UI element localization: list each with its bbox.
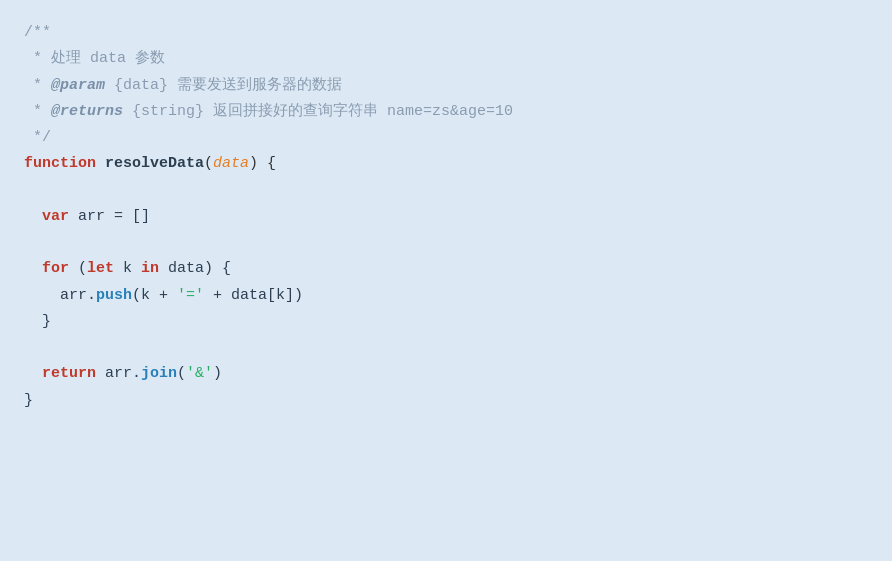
for-close: } bbox=[24, 313, 51, 330]
param-tag: @param bbox=[51, 77, 105, 94]
param-data: data bbox=[213, 155, 249, 172]
string-equals: '=' bbox=[177, 287, 204, 304]
arr-push-line: arr.push(k + '=' + data[k]) bbox=[24, 287, 303, 304]
code-block: /** * 处理 data 参数 * @param {data} 需要发送到服务… bbox=[24, 20, 868, 414]
arr-declaration: arr = [] bbox=[69, 208, 150, 225]
string-ampersand: '&' bbox=[186, 365, 213, 382]
function-name: resolveData bbox=[105, 155, 204, 172]
keyword-in: in bbox=[141, 260, 159, 277]
keyword-var: var bbox=[42, 208, 69, 225]
returns-tag: @returns bbox=[51, 103, 123, 120]
function-close: } bbox=[24, 392, 33, 409]
keyword-let: let bbox=[87, 260, 114, 277]
code-container: /** * 处理 data 参数 * @param {data} 需要发送到服务… bbox=[0, 0, 892, 561]
keyword-for: for bbox=[42, 260, 69, 277]
comment-close: */ bbox=[24, 129, 51, 146]
keyword-return: return bbox=[42, 365, 96, 382]
for-data: data) { bbox=[159, 260, 231, 277]
comment-open: /** bbox=[24, 24, 51, 41]
keyword-function: function bbox=[24, 155, 96, 172]
method-push: push bbox=[96, 287, 132, 304]
return-arr: arr.join('&') bbox=[96, 365, 222, 382]
for-k: k bbox=[114, 260, 141, 277]
method-join: join bbox=[141, 365, 177, 382]
for-open: ( bbox=[69, 260, 87, 277]
comment-param: * @param {data} 需要发送到服务器的数据 bbox=[24, 77, 342, 94]
comment-line-1: * 处理 data 参数 bbox=[24, 50, 165, 67]
comment-returns: * @returns {string} 返回拼接好的查询字符串 name=zs&… bbox=[24, 103, 513, 120]
